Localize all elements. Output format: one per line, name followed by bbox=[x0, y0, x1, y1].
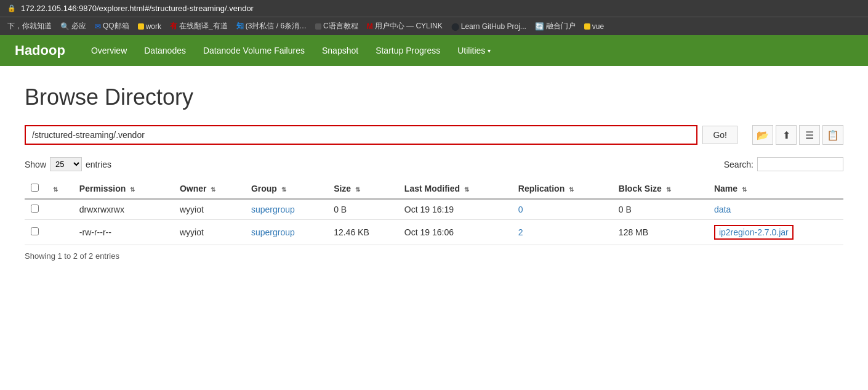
directory-table: ⇅ Permission ⇅ Owner ⇅ Group ⇅ Size ⇅ La… bbox=[25, 179, 843, 245]
th-group[interactable]: Group ⇅ bbox=[245, 179, 328, 199]
hadoop-brand[interactable]: Hadoop bbox=[10, 35, 70, 66]
row-checkbox-2[interactable] bbox=[31, 227, 39, 235]
td-lastmod-2: Oct 19 16:06 bbox=[398, 220, 512, 245]
bookmarks-bar: 下，你就知道 🔍 必应 ✉ QQ邮箱 work 有 在线翻译_有道 知 (3封私… bbox=[0, 17, 868, 35]
bm-qqmail[interactable]: ✉ QQ邮箱 bbox=[92, 20, 132, 33]
nav-startup-progress[interactable]: Startup Progress bbox=[367, 37, 449, 64]
footer-showing: Showing 1 to 2 of 2 entries bbox=[25, 251, 843, 261]
show-label: Show bbox=[25, 160, 46, 169]
td-owner-1: wyyiot bbox=[174, 199, 245, 220]
entries-select[interactable]: 25 50 100 bbox=[50, 157, 82, 171]
th-size[interactable]: Size ⇅ bbox=[328, 179, 398, 199]
td-sort-1 bbox=[45, 199, 73, 220]
lock-icon: 🔒 bbox=[7, 4, 16, 12]
bm-zhihu[interactable]: 知 (3封私信 / 6条消… bbox=[234, 20, 309, 33]
nav-snapshot[interactable]: Snapshot bbox=[313, 37, 367, 64]
path-input[interactable] bbox=[25, 125, 697, 145]
upload-button[interactable]: ⬆ bbox=[776, 125, 797, 145]
name-link-1[interactable]: data bbox=[714, 205, 731, 214]
page-title: Browse Directory bbox=[25, 84, 843, 110]
th-name[interactable]: Name ⇅ bbox=[708, 179, 843, 199]
toolbar-icons: 📂 ⬆ ☰ 📋 bbox=[752, 125, 843, 145]
td-size-2: 12.46 KB bbox=[328, 220, 398, 245]
go-button[interactable]: Go! bbox=[702, 126, 737, 144]
td-replication-2: 2 bbox=[512, 220, 613, 245]
bm-bing[interactable]: 🔍 必应 bbox=[58, 20, 89, 33]
th-last-modified[interactable]: Last Modified ⇅ bbox=[398, 179, 512, 199]
th-replication[interactable]: Replication ⇅ bbox=[512, 179, 613, 199]
path-row: Go! 📂 ⬆ ☰ 📋 bbox=[25, 125, 843, 145]
hadoop-navbar: Hadoop Overview Datanodes Datanode Volum… bbox=[0, 35, 868, 66]
main-content: Browse Directory Go! 📂 ⬆ ☰ 📋 Show 25 50 … bbox=[0, 66, 868, 279]
td-name-1: data bbox=[708, 199, 843, 220]
td-group-2: supergroup bbox=[245, 220, 328, 245]
th-block-size[interactable]: Block Size ⇅ bbox=[613, 179, 708, 199]
td-owner-2: wyyiot bbox=[174, 220, 245, 245]
table-row: -rw-r--r-- wyyiot supergroup 12.46 KB Oc… bbox=[25, 220, 843, 245]
table-row: drwxrwxrwx wyyiot supergroup 0 B Oct 19 … bbox=[25, 199, 843, 220]
td-blocksize-1: 0 B bbox=[613, 199, 708, 220]
td-lastmod-1: Oct 19 16:19 bbox=[398, 199, 512, 220]
bm-vue[interactable]: vue bbox=[582, 21, 606, 32]
table-header-row: ⇅ Permission ⇅ Owner ⇅ Group ⇅ Size ⇅ La… bbox=[25, 179, 843, 199]
utilities-dropdown-arrow: ▾ bbox=[488, 47, 491, 54]
nav-datanodes[interactable]: Datanodes bbox=[135, 37, 195, 64]
bm-xia[interactable]: 下，你就知道 bbox=[5, 20, 54, 33]
replication-link-1[interactable]: 0 bbox=[518, 205, 523, 214]
entries-label: entries bbox=[86, 160, 111, 169]
th-sort: ⇅ bbox=[45, 179, 73, 199]
td-replication-1: 0 bbox=[512, 199, 613, 220]
search-label: Search: bbox=[724, 160, 753, 169]
th-checkbox bbox=[25, 179, 45, 199]
browser-bar: 🔒 172.22.105.146:9870/explorer.html#/str… bbox=[0, 0, 868, 17]
nav-overview[interactable]: Overview bbox=[82, 37, 135, 64]
td-permission-2: -rw-r--r-- bbox=[73, 220, 174, 245]
th-owner[interactable]: Owner ⇅ bbox=[174, 179, 245, 199]
replication-link-2[interactable]: 2 bbox=[518, 227, 523, 237]
open-folder-button[interactable]: 📂 bbox=[752, 125, 773, 145]
list-view-button[interactable]: ☰ bbox=[799, 125, 820, 145]
bm-cylink[interactable]: M 用户中心 — CYLINK bbox=[364, 20, 445, 33]
entries-left: Show 25 50 100 entries bbox=[25, 157, 111, 171]
bm-github[interactable]: ⬤ Learn GitHub Proj... bbox=[449, 21, 529, 32]
td-permission-1: drwxrwxrwx bbox=[73, 199, 174, 220]
group-link-2[interactable]: supergroup bbox=[251, 227, 295, 237]
bm-work[interactable]: work bbox=[135, 21, 164, 32]
group-link-1[interactable]: supergroup bbox=[251, 205, 295, 214]
search-row: Search: bbox=[724, 157, 843, 171]
bm-clang[interactable]: C语言教程 bbox=[313, 20, 361, 33]
name-link-2[interactable]: ip2region-2.7.0.jar bbox=[714, 225, 794, 240]
td-checkbox-1 bbox=[25, 199, 45, 220]
nav-utilities[interactable]: Utilities ▾ bbox=[449, 37, 499, 64]
entries-row: Show 25 50 100 entries Search: bbox=[25, 157, 843, 171]
bm-translate[interactable]: 有 在线翻译_有道 bbox=[167, 20, 230, 33]
td-checkbox-2 bbox=[25, 220, 45, 245]
td-group-1: supergroup bbox=[245, 199, 328, 220]
td-name-2-highlighted: ip2region-2.7.0.jar bbox=[708, 220, 843, 245]
search-input[interactable] bbox=[757, 157, 843, 171]
td-size-1: 0 B bbox=[328, 199, 398, 220]
row-checkbox-1[interactable] bbox=[31, 205, 39, 213]
td-blocksize-2: 128 MB bbox=[613, 220, 708, 245]
nav-datanode-volume-failures[interactable]: Datanode Volume Failures bbox=[195, 37, 313, 64]
td-sort-2 bbox=[45, 220, 73, 245]
paste-button[interactable]: 📋 bbox=[822, 125, 843, 145]
th-permission[interactable]: Permission ⇅ bbox=[73, 179, 174, 199]
bm-ronghe[interactable]: 🔄 融合门户 bbox=[532, 20, 578, 33]
select-all-checkbox[interactable] bbox=[31, 184, 39, 192]
browser-url: 172.22.105.146:9870/explorer.html#/struc… bbox=[21, 4, 254, 13]
